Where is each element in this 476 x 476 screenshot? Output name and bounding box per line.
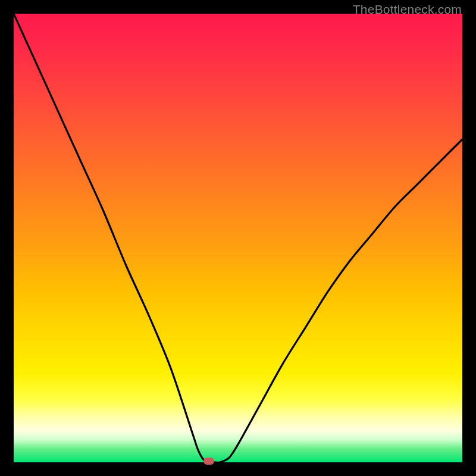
optimal-marker [203, 458, 214, 465]
watermark-text: TheBottleneck.com [353, 2, 462, 17]
chart-frame: TheBottleneck.com [0, 0, 476, 476]
bottleneck-curve [14, 14, 462, 462]
plot-area [14, 14, 462, 462]
